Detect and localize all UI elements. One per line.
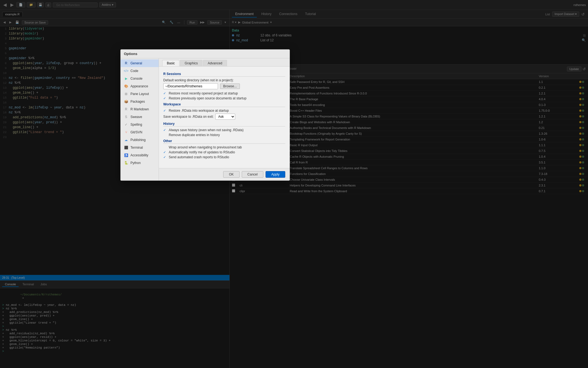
- sweave-icon: S: [124, 115, 128, 119]
- packages-icon: 📦: [124, 99, 128, 104]
- nav-label-accessibility: Accessibility: [130, 153, 148, 157]
- dialog-body: R General </> Code ▶ Console 🎨 Appearanc…: [121, 58, 290, 180]
- nav-label-publishing: Publishing: [130, 138, 145, 142]
- pane-icon: ⊞: [124, 92, 128, 96]
- restore-rdata-label[interactable]: Restore .RData into workspace at startup: [169, 109, 229, 113]
- code-icon: </>: [124, 69, 128, 73]
- publishing-icon: ☁: [124, 138, 128, 142]
- general-icon: R: [124, 61, 128, 65]
- send-crash-label[interactable]: Send automated crash reports to RStudio: [169, 155, 229, 159]
- restore-rdata-checkmark: ✓: [163, 109, 166, 113]
- dialog-overlay: Options R General </> Code ▶ Console 🎨: [0, 0, 588, 368]
- restore-source-label[interactable]: Restore previously open source documents…: [169, 96, 246, 100]
- nav-label-console: Console: [130, 77, 142, 81]
- dialog-tab-bar: Basic Graphics Advanced: [159, 58, 290, 67]
- console-icon: ▶: [124, 76, 128, 81]
- dialog-main: Basic Graphics Advanced R Sessions Defau…: [159, 58, 290, 180]
- dialog-tab-graphics[interactable]: Graphics: [180, 60, 202, 66]
- nav-label-python: Python: [130, 161, 141, 165]
- r-sessions-header: R Sessions: [163, 72, 285, 77]
- send-crash-checkmark: ✓: [163, 155, 166, 159]
- dialog-tab-basic[interactable]: Basic: [162, 60, 179, 66]
- nav-label-appearance: Appearance: [130, 84, 148, 88]
- nav-item-appearance[interactable]: 🎨 Appearance: [121, 82, 159, 90]
- nav-item-pane-layout[interactable]: ⊞ Pane Layout: [121, 90, 159, 98]
- dialog-title: Options: [124, 52, 137, 56]
- other-header: Other: [163, 139, 285, 144]
- history-header: History: [163, 122, 285, 127]
- save-workspace-select[interactable]: Ask Always Never: [215, 114, 235, 120]
- restore-source-checkmark: ✓: [163, 96, 166, 100]
- always-save-checkmark: ✓: [163, 128, 166, 132]
- always-save-history-row[interactable]: ✓ Always save history (even when not sav…: [163, 128, 285, 132]
- ok-button[interactable]: OK: [223, 171, 239, 178]
- notify-updates-label[interactable]: Automatically notify me of updates to RS…: [169, 150, 235, 154]
- working-dir-row: Browse...: [163, 83, 285, 89]
- nav-label-git-svn: Git/SVN: [130, 130, 142, 134]
- restore-rdata-row[interactable]: ✓ Restore .RData into workspace at start…: [163, 109, 285, 113]
- spelling-icon: ✓: [124, 122, 128, 127]
- remove-duplicates-row[interactable]: ✓ Remove duplicate entries in history: [163, 133, 285, 137]
- nav-item-python[interactable]: 🐍 Python: [121, 159, 159, 167]
- restore-source-row[interactable]: ✓ Restore previously open source documen…: [163, 96, 285, 100]
- dialog-footer: OK Cancel Apply: [159, 168, 290, 180]
- dialog-title-bar: Options: [121, 50, 290, 58]
- nav-label-general: General: [130, 61, 142, 65]
- nav-item-accessibility[interactable]: ♿ Accessibility: [121, 151, 159, 159]
- save-workspace-row: Save workspace to .RData on exit: Ask Al…: [163, 114, 285, 120]
- nav-label-sweave: Sweave: [130, 115, 142, 119]
- python-icon: 🐍: [124, 161, 128, 165]
- restore-project-label[interactable]: Restore most recently opened project at …: [169, 91, 238, 95]
- appearance-icon: 🎨: [124, 84, 128, 88]
- nav-label-spelling: Spelling: [130, 123, 142, 127]
- working-dir-input[interactable]: [163, 83, 218, 89]
- nav-item-publishing[interactable]: ☁ Publishing: [121, 136, 159, 144]
- notify-updates-checkmark: ✓: [163, 150, 166, 154]
- restore-project-checkmark: ✓: [163, 91, 166, 95]
- nav-item-terminal[interactable]: ⬛ Terminal: [121, 144, 159, 151]
- always-save-label[interactable]: Always save history (even when not savin…: [169, 128, 243, 132]
- restore-project-row[interactable]: ✓ Restore most recently opened project a…: [163, 91, 285, 95]
- browse-button[interactable]: Browse...: [220, 84, 240, 89]
- notify-updates-row[interactable]: ✓ Automatically notify me of updates to …: [163, 150, 285, 154]
- working-dir-label: Default working directory (when not in a…: [163, 78, 285, 82]
- nav-label-code: Code: [130, 69, 138, 73]
- nav-item-console[interactable]: ▶ Console: [121, 75, 159, 82]
- workspace-header: Workspace: [163, 102, 285, 107]
- dialog-content: R Sessions Default working directory (wh…: [159, 67, 290, 168]
- nav-label-packages: Packages: [130, 100, 145, 104]
- terminal-icon: ⬛: [124, 145, 128, 150]
- nav-item-general[interactable]: R General: [121, 59, 159, 67]
- nav-label-rmarkdown: R Markdown: [130, 107, 149, 111]
- wrap-around-row[interactable]: ✓ Wrap around when navigating to previou…: [163, 145, 285, 149]
- nav-item-rmarkdown[interactable]: R R Markdown: [121, 105, 159, 113]
- wrap-around-label[interactable]: Wrap around when navigating to previous/…: [169, 145, 242, 149]
- save-workspace-label: Save workspace to .RData on exit:: [163, 115, 214, 119]
- nav-item-sweave[interactable]: S Sweave: [121, 113, 159, 121]
- remove-dup-checkmark: ✓: [163, 133, 166, 137]
- nav-label-terminal: Terminal: [130, 146, 143, 150]
- nav-label-pane-layout: Pane Layout: [130, 92, 149, 96]
- cancel-button[interactable]: Cancel: [242, 171, 263, 178]
- dialog-sidebar: R General </> Code ▶ Console 🎨 Appearanc…: [121, 58, 159, 180]
- nav-item-git-svn[interactable]: ⑂ Git/SVN: [121, 128, 159, 136]
- wrap-around-checkmark: ✓: [163, 145, 166, 149]
- send-crash-row[interactable]: ✓ Send automated crash reports to RStudi…: [163, 155, 285, 159]
- nav-item-packages[interactable]: 📦 Packages: [121, 98, 159, 105]
- git-icon: ⑂: [124, 130, 128, 134]
- options-dialog: Options R General </> Code ▶ Console 🎨: [120, 49, 290, 181]
- accessibility-icon: ♿: [124, 153, 128, 157]
- remove-duplicates-label[interactable]: Remove duplicate entries in history: [169, 133, 220, 137]
- apply-button[interactable]: Apply: [266, 171, 285, 178]
- nav-item-spelling[interactable]: ✓ Spelling: [121, 121, 159, 128]
- rmarkdown-icon: R: [124, 107, 128, 111]
- nav-item-code[interactable]: </> Code: [121, 67, 159, 75]
- dialog-tab-advanced[interactable]: Advanced: [203, 60, 227, 66]
